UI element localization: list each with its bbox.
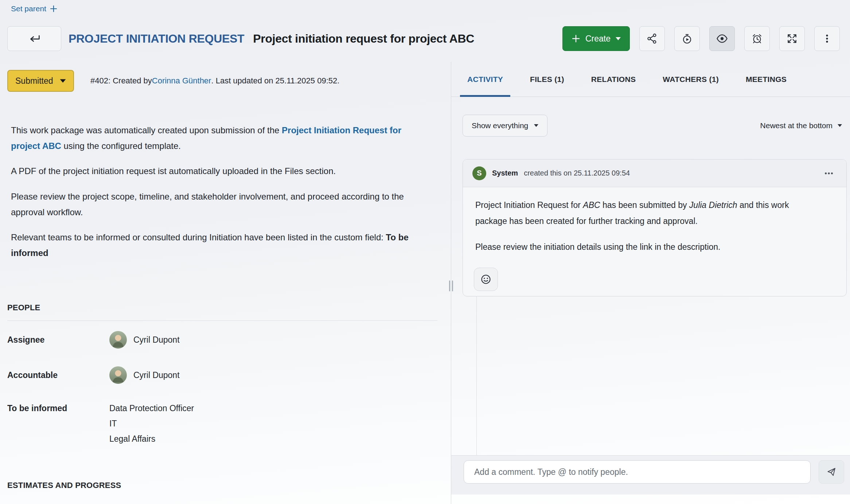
assignee-label: Assignee bbox=[7, 335, 109, 345]
event-actor: System bbox=[492, 169, 518, 177]
detail-tabs: ACTIVITY FILES (1) RELATIONS WATCHERS (1… bbox=[451, 62, 850, 97]
create-label: Create bbox=[585, 34, 611, 44]
description-paragraph: This work package was automatically crea… bbox=[11, 122, 412, 154]
comment-italic: Julia Dietrich bbox=[689, 200, 737, 210]
informed-value: Legal Affairs bbox=[109, 431, 194, 446]
tab-relations[interactable]: RELATIONS bbox=[584, 62, 643, 97]
description-text: This work package was automatically crea… bbox=[11, 125, 282, 135]
plus-icon bbox=[50, 5, 57, 12]
back-button[interactable] bbox=[7, 26, 61, 51]
details-panel: ACTIVITY FILES (1) RELATIONS WATCHERS (1… bbox=[451, 62, 850, 504]
back-arrow-icon bbox=[27, 34, 41, 44]
header-toolbar: Create bbox=[562, 26, 840, 51]
caret-down-icon bbox=[616, 37, 621, 40]
event-comment-paragraph: Please review the initiation details usi… bbox=[475, 239, 814, 255]
accountable-label: Accountable bbox=[7, 370, 109, 380]
meta-updated: . Last updated on 25.11.2025 09:52. bbox=[211, 76, 339, 86]
accountable-name: Cyril Dupont bbox=[133, 370, 180, 380]
set-parent-link[interactable]: Set parent bbox=[11, 4, 57, 13]
activity-filter-dropdown[interactable]: Show everything bbox=[463, 115, 547, 137]
send-comment-button[interactable] bbox=[819, 460, 844, 484]
set-parent-label: Set parent bbox=[11, 4, 46, 13]
work-package-title: PROJECT INITIATION REQUEST Project initi… bbox=[69, 26, 474, 51]
create-button[interactable]: Create bbox=[562, 26, 630, 51]
description-paragraph: A PDF of the project initiation request … bbox=[11, 163, 412, 179]
add-reaction-button[interactable] bbox=[474, 268, 498, 291]
avatar bbox=[109, 366, 127, 384]
informed-value: IT bbox=[109, 416, 194, 431]
activity-event-body: Project Initiation Request for ABC has b… bbox=[463, 187, 846, 255]
watch-button[interactable] bbox=[709, 26, 735, 51]
author-link[interactable]: Corinna Günther bbox=[152, 76, 211, 86]
system-avatar: S bbox=[472, 166, 486, 180]
description-text: Relevant teams to be informed or consult… bbox=[11, 232, 386, 242]
assignee-name: Cyril Dupont bbox=[133, 335, 180, 345]
comment-text: Project Initiation Request for bbox=[475, 200, 583, 210]
event-comment-paragraph: Project Initiation Request for ABC has b… bbox=[475, 197, 814, 229]
accountable-row: Accountable Cyril Dupont bbox=[7, 365, 180, 385]
status-dropdown[interactable]: Submitted bbox=[7, 70, 74, 92]
comment-text: has been submitted by bbox=[600, 200, 689, 210]
accountable-value[interactable]: Cyril Dupont bbox=[109, 366, 180, 384]
tab-meetings[interactable]: MEETINGS bbox=[738, 62, 794, 97]
status-label: Submitted bbox=[15, 76, 53, 86]
event-menu-button[interactable] bbox=[821, 165, 837, 181]
stopwatch-icon bbox=[682, 33, 693, 44]
kebab-vertical-icon bbox=[822, 34, 832, 44]
work-package-type: PROJECT INITIATION REQUEST bbox=[69, 32, 244, 46]
people-section-heading: PEOPLE bbox=[7, 303, 437, 321]
description-paragraph: Relevant teams to be informed or consult… bbox=[11, 229, 412, 261]
share-button[interactable] bbox=[639, 26, 665, 51]
avatar bbox=[109, 331, 127, 349]
to-be-informed-values[interactable]: Data Protection Officer IT Legal Affairs bbox=[109, 401, 194, 446]
activity-event-card: S System created this on 25.11.2025 09:5… bbox=[463, 159, 847, 296]
to-be-informed-row: To be informed Data Protection Officer I… bbox=[7, 401, 194, 446]
share-icon bbox=[647, 33, 658, 44]
description-text: using the configured template. bbox=[61, 141, 181, 151]
work-package-meta: #402: Created by Corinna Günther. Last u… bbox=[90, 70, 339, 92]
event-action: created this on 25.11.2025 09:54 bbox=[524, 169, 630, 177]
time-tracking-button[interactable] bbox=[674, 26, 700, 51]
estimates-section-heading: ESTIMATES AND PROGRESS bbox=[7, 481, 121, 490]
plus-icon bbox=[572, 34, 580, 43]
more-actions-button[interactable] bbox=[814, 26, 840, 51]
sort-label: Newest at the bottom bbox=[760, 121, 833, 130]
activity-timeline-line bbox=[476, 296, 477, 455]
reminder-button[interactable] bbox=[744, 26, 770, 51]
caret-down-icon bbox=[838, 124, 842, 127]
expand-arrows-icon bbox=[787, 33, 798, 44]
informed-value: Data Protection Officer bbox=[109, 401, 194, 416]
description-paragraph: Please review the project scope, timelin… bbox=[11, 189, 412, 220]
eye-icon bbox=[716, 33, 728, 44]
paper-plane-icon bbox=[826, 467, 837, 477]
fullscreen-button[interactable] bbox=[779, 26, 805, 51]
assignee-value[interactable]: Cyril Dupont bbox=[109, 331, 180, 349]
comment-italic: ABC bbox=[583, 200, 600, 210]
alarm-clock-icon bbox=[752, 33, 763, 44]
comment-bar bbox=[451, 455, 850, 495]
activity-event-header: S System created this on 25.11.2025 09:5… bbox=[463, 160, 846, 187]
comment-input[interactable] bbox=[464, 460, 811, 484]
filter-label: Show everything bbox=[472, 121, 528, 130]
tab-activity[interactable]: ACTIVITY bbox=[460, 62, 510, 97]
tab-watchers[interactable]: WATCHERS (1) bbox=[655, 62, 726, 97]
assignee-row: Assignee Cyril Dupont bbox=[7, 330, 180, 350]
description: This work package was automatically crea… bbox=[11, 122, 412, 270]
work-package-subject: Project initiation request for project A… bbox=[253, 32, 474, 46]
meta-created-by: #402: Created by bbox=[90, 76, 152, 86]
activity-sort-dropdown[interactable]: Newest at the bottom bbox=[760, 115, 842, 137]
smiley-icon bbox=[480, 273, 492, 285]
caret-down-icon bbox=[534, 124, 538, 127]
to-be-informed-label: To be informed bbox=[7, 401, 109, 416]
caret-down-icon bbox=[60, 79, 66, 83]
tab-files[interactable]: FILES (1) bbox=[523, 62, 572, 97]
